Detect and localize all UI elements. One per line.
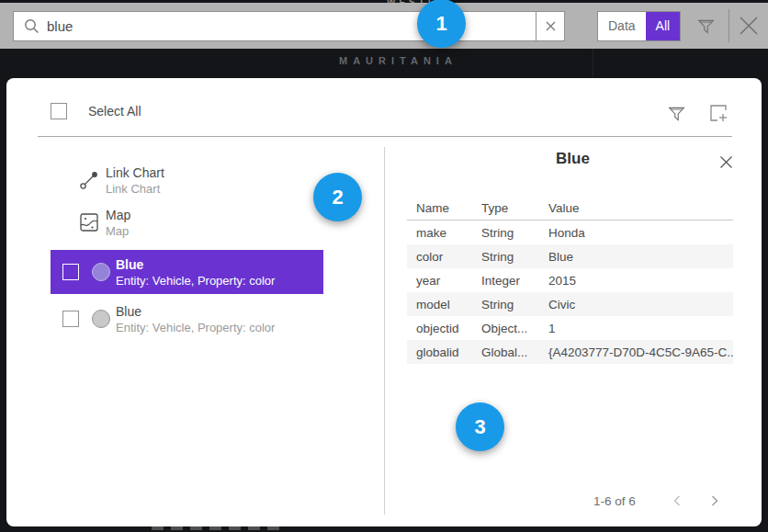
search-box (13, 11, 565, 41)
cell-type: Integer (481, 274, 548, 288)
cell-name: year (416, 274, 481, 288)
detail-pane: Blue Name Type Value make String Honda c… (384, 78, 762, 526)
cell-name: model (416, 298, 481, 311)
callout-2: 2 (313, 173, 362, 221)
cell-type: String (481, 250, 548, 264)
property-row: model String Civic (407, 292, 733, 316)
entity-circle-icon (92, 310, 110, 328)
col-type: Type (481, 201, 548, 215)
result-subtitle: Entity: Vehicle, Property: color (116, 321, 275, 334)
cell-value: Blue (548, 250, 733, 264)
previous-page-button[interactable] (666, 490, 688, 512)
results-panel: Select All Link Chart Link Chart Map Map… (6, 78, 762, 526)
callout-3: 3 (456, 402, 504, 451)
map-border-line (593, 49, 593, 79)
cell-type: Global... (481, 345, 548, 359)
result-item-blue-selected[interactable]: Blue Entity: Vehicle, Property: color (51, 250, 323, 294)
cell-name: color (416, 250, 481, 264)
close-search-button[interactable] (733, 10, 764, 41)
search-icon (14, 12, 47, 40)
result-subtitle: Link Chart (106, 182, 164, 196)
cell-value: {A4203777-D70D-4C5C-9A65-C... (548, 345, 733, 359)
select-all-control[interactable]: Select All (51, 103, 141, 119)
result-title: Map (106, 208, 130, 222)
result-subtitle: Map (106, 224, 130, 238)
map-icon (79, 212, 99, 232)
cell-name: globalid (416, 345, 481, 359)
result-title: Link Chart (106, 165, 164, 180)
result-title: Blue (116, 257, 275, 272)
result-item-link-chart[interactable]: Link Chart Link Chart (51, 161, 323, 199)
property-row: make String Honda (407, 221, 733, 244)
filter-button[interactable] (690, 10, 721, 41)
entity-circle-icon (92, 263, 110, 281)
cell-name: make (416, 226, 481, 240)
property-row: globalid Global... {A4203777-D70D-4C5C-9… (407, 340, 733, 364)
clear-search-button[interactable] (536, 12, 564, 40)
cell-value: Civic (548, 298, 733, 311)
property-row: year Integer 2015 (407, 268, 733, 292)
property-table: Name Type Value make String Honda color … (407, 197, 733, 364)
result-title: Blue (116, 304, 275, 319)
result-item-map[interactable]: Map Map (51, 203, 323, 242)
result-checkbox[interactable] (62, 264, 79, 280)
cell-type: Object... (481, 322, 548, 335)
cell-type: String (481, 298, 548, 311)
pagination-label: 1-6 of 6 (593, 494, 636, 508)
toggle-option-data[interactable]: Data (598, 12, 646, 40)
search-toolbar: Data All (0, 3, 768, 49)
pagination: 1-6 of 6 (384, 490, 762, 512)
cell-value: 1 (548, 322, 733, 335)
cell-value: Honda (548, 226, 733, 240)
map-label-mauritania: MAURITANIA (339, 55, 457, 66)
col-value: Value (548, 201, 733, 215)
link-chart-icon (79, 170, 99, 190)
cell-value: 2015 (548, 274, 733, 288)
close-detail-button[interactable] (715, 151, 737, 173)
property-row: objectid Object... 1 (407, 316, 733, 340)
next-page-button[interactable] (704, 490, 726, 512)
property-row: color String Blue (407, 244, 733, 268)
cell-type: String (481, 226, 548, 240)
result-subtitle: Entity: Vehicle, Property: color (116, 274, 275, 288)
data-all-toggle: Data All (597, 11, 681, 41)
result-checkbox[interactable] (62, 311, 79, 327)
col-name: Name (416, 201, 481, 215)
cell-name: objectid (416, 322, 481, 335)
property-table-header: Name Type Value (407, 197, 733, 221)
select-all-label: Select All (88, 104, 141, 119)
detail-title: Blue (384, 150, 762, 168)
result-item-blue[interactable]: Blue Entity: Vehicle, Property: color (51, 299, 323, 339)
toolbar-divider (728, 9, 729, 42)
toggle-option-all[interactable]: All (646, 12, 681, 40)
callout-1: 1 (417, 0, 466, 48)
select-all-checkbox[interactable] (51, 103, 67, 119)
